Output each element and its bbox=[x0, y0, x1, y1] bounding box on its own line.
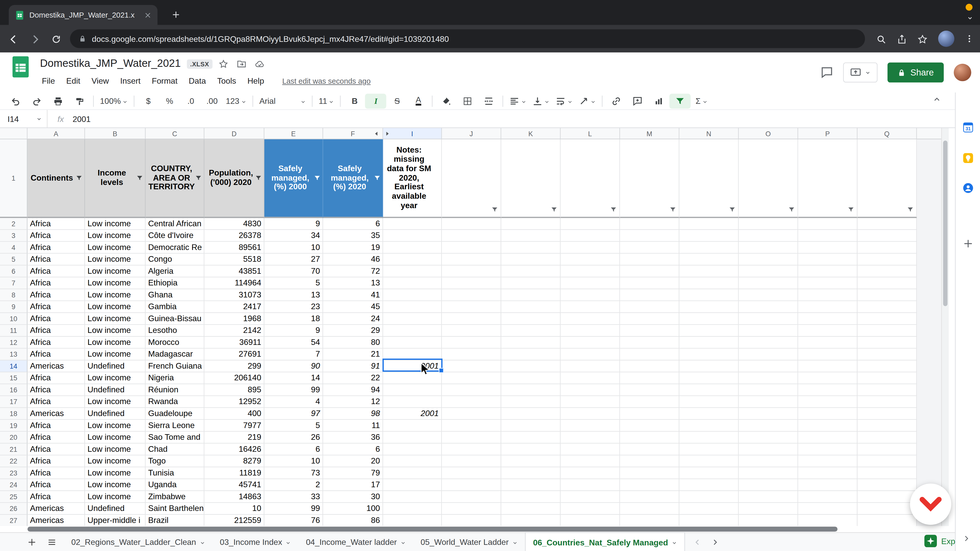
cell-K24[interactable] bbox=[501, 479, 561, 491]
cell-I6[interactable] bbox=[383, 265, 442, 278]
column-header-L[interactable]: L bbox=[561, 128, 620, 139]
cell-N26[interactable] bbox=[679, 503, 739, 515]
cell-C9[interactable]: Gambia bbox=[146, 301, 204, 313]
cell-C3[interactable]: Côte d'Ivoire bbox=[146, 230, 204, 242]
browser-tab[interactable]: Domestika_JMP_Water_2021.x bbox=[9, 5, 158, 25]
undo-button[interactable] bbox=[5, 94, 26, 108]
column-header-K[interactable]: K bbox=[501, 128, 561, 139]
cell-Q20[interactable] bbox=[858, 432, 917, 444]
reload-icon[interactable] bbox=[51, 33, 61, 44]
cell-B9[interactable]: Low income bbox=[85, 301, 146, 313]
cell-J9[interactable] bbox=[442, 301, 501, 313]
cell-B23[interactable]: Low income bbox=[85, 467, 146, 479]
cell-I7[interactable] bbox=[383, 277, 442, 289]
cell-A5[interactable]: Africa bbox=[27, 254, 85, 265]
cell-F10[interactable]: 24 bbox=[323, 313, 383, 325]
cell-B16[interactable]: Undefined bbox=[85, 384, 146, 396]
cell-C4[interactable]: Democratic Re bbox=[146, 242, 204, 254]
header-cell-E[interactable]: Safely managed, (%) 2000 bbox=[264, 139, 323, 218]
row-header-19[interactable]: 19 bbox=[0, 420, 27, 432]
cell-D2[interactable]: 4830 bbox=[204, 218, 264, 230]
cell-F19[interactable]: 11 bbox=[323, 420, 383, 432]
cell-A9[interactable]: Africa bbox=[27, 301, 85, 313]
cell-P13[interactable] bbox=[798, 349, 858, 361]
fill-color-button[interactable] bbox=[436, 94, 457, 108]
cell-Q17[interactable] bbox=[858, 396, 917, 408]
header-cell-P[interactable] bbox=[798, 139, 858, 218]
cell-J24[interactable] bbox=[442, 479, 501, 491]
cell-M3[interactable] bbox=[620, 230, 679, 242]
horizontal-scrollbar-thumb[interactable] bbox=[27, 527, 838, 532]
cell-Q16[interactable] bbox=[858, 384, 917, 396]
row-header-14[interactable]: 14 bbox=[0, 360, 27, 372]
cell-O7[interactable] bbox=[739, 277, 798, 289]
cell-F12[interactable]: 80 bbox=[323, 337, 383, 349]
cell-Q6[interactable] bbox=[858, 265, 917, 278]
cell-O2[interactable] bbox=[739, 218, 798, 230]
cell-A24[interactable]: Africa bbox=[27, 479, 85, 491]
cell-A21[interactable]: Africa bbox=[27, 444, 85, 456]
cell-F6[interactable]: 72 bbox=[323, 265, 383, 278]
cell-N24[interactable] bbox=[679, 479, 739, 491]
cell-F27[interactable]: 86 bbox=[323, 515, 383, 526]
cell-A17[interactable]: Africa bbox=[27, 396, 85, 408]
cell-E24[interactable]: 2 bbox=[264, 479, 323, 491]
cell-K11[interactable] bbox=[501, 325, 561, 337]
cell-M17[interactable] bbox=[620, 396, 679, 408]
cell-P10[interactable] bbox=[798, 313, 858, 325]
cell-M10[interactable] bbox=[620, 313, 679, 325]
cell-J13[interactable] bbox=[442, 349, 501, 361]
cell-O20[interactable] bbox=[739, 432, 798, 444]
column-header-A[interactable]: A bbox=[27, 128, 85, 139]
row-header-20[interactable]: 20 bbox=[0, 432, 27, 444]
cell-K20[interactable] bbox=[501, 432, 561, 444]
cell-J15[interactable] bbox=[442, 372, 501, 384]
cell-K18[interactable] bbox=[501, 408, 561, 420]
cell-I21[interactable] bbox=[383, 444, 442, 456]
sheet-tab-active[interactable]: 06_Countries_Nat_Safely Managed bbox=[525, 532, 685, 551]
cell-L27[interactable] bbox=[561, 515, 620, 526]
cell-A18[interactable]: Americas bbox=[27, 408, 85, 420]
sheet-tab[interactable]: 02_Regions_Water_Ladder_Clean bbox=[64, 533, 212, 551]
cell-D19[interactable]: 7977 bbox=[204, 420, 264, 432]
vertical-align-button[interactable] bbox=[530, 94, 553, 108]
row-header-15[interactable]: 15 bbox=[0, 372, 27, 384]
cell-P14[interactable] bbox=[798, 360, 858, 372]
cell-D17[interactable]: 12952 bbox=[204, 396, 264, 408]
header-cell-B[interactable]: Income levels bbox=[85, 139, 146, 218]
cell-O21[interactable] bbox=[739, 444, 798, 456]
cell-D14[interactable]: 299 bbox=[204, 360, 264, 372]
row-header-12[interactable]: 12 bbox=[0, 337, 27, 349]
cell-L24[interactable] bbox=[561, 479, 620, 491]
cell-D18[interactable]: 400 bbox=[204, 408, 264, 420]
cell-C10[interactable]: Guinea-Bissau bbox=[146, 313, 204, 325]
cell-J23[interactable] bbox=[442, 467, 501, 479]
cell-Q19[interactable] bbox=[858, 420, 917, 432]
row-header-24[interactable]: 24 bbox=[0, 479, 27, 491]
last-edit-link[interactable]: Last edit was seconds ago bbox=[282, 76, 371, 85]
horizontal-scrollbar[interactable] bbox=[0, 526, 941, 532]
cell-M4[interactable] bbox=[620, 242, 679, 254]
cell-F7[interactable]: 13 bbox=[323, 277, 383, 289]
row-header-17[interactable]: 17 bbox=[0, 396, 27, 408]
cell-M5[interactable] bbox=[620, 254, 679, 265]
cell-E27[interactable]: 76 bbox=[264, 515, 323, 526]
cell-E5[interactable]: 27 bbox=[264, 254, 323, 265]
cell-J8[interactable] bbox=[442, 289, 501, 301]
cell-D7[interactable]: 114964 bbox=[204, 277, 264, 289]
column-header-I[interactable]: I bbox=[383, 128, 442, 139]
row-header-21[interactable]: 21 bbox=[0, 444, 27, 456]
cell-D3[interactable]: 26378 bbox=[204, 230, 264, 242]
add-side-panel-app-icon[interactable] bbox=[963, 238, 973, 249]
text-wrap-button[interactable] bbox=[553, 94, 576, 108]
show-hidden-columns-left-icon[interactable] bbox=[373, 130, 379, 137]
row-header-7[interactable]: 7 bbox=[0, 277, 27, 289]
cell-E18[interactable]: 97 bbox=[264, 408, 323, 420]
cell-K12[interactable] bbox=[501, 337, 561, 349]
back-icon[interactable] bbox=[9, 33, 19, 44]
cell-B6[interactable]: Low income bbox=[85, 265, 146, 278]
cell-Q26[interactable] bbox=[858, 503, 917, 515]
cell-K5[interactable] bbox=[501, 254, 561, 265]
calendar-icon[interactable]: 31 bbox=[962, 121, 974, 133]
cell-E22[interactable]: 10 bbox=[264, 455, 323, 467]
